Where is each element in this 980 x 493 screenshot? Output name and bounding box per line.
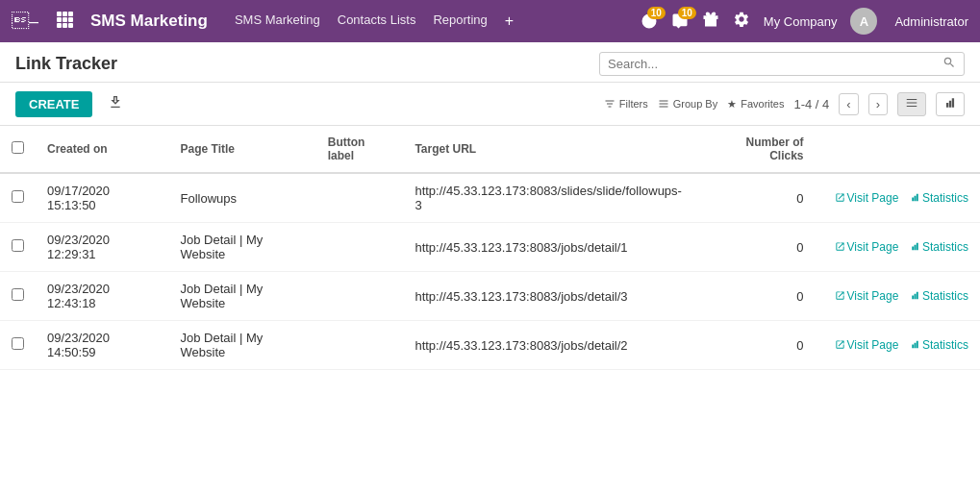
search-icon[interactable] [942,56,956,72]
group-by-button[interactable]: Group By [658,98,717,110]
company-name[interactable]: My Company [764,14,838,29]
favorites-label: Favorites [741,98,784,110]
nav-link-reporting[interactable]: Reporting [433,12,487,30]
download-button[interactable] [100,90,131,117]
row-actions-0: Visit Page Statistics [816,173,980,223]
svg-rect-1 [63,12,67,16]
statistics-link-1[interactable]: Statistics [910,240,968,254]
svg-rect-8 [68,23,73,28]
col-header-created-on: Created on [36,126,169,173]
nav-link-contacts-lists[interactable]: Contacts Lists [338,12,416,30]
search-input[interactable] [608,57,942,71]
bar-chart-icon-2 [910,290,920,303]
col-header-button-label: Button label [316,126,404,173]
row-created-on-1: 09/23/2020 12:29:31 [36,223,169,272]
row-target-url-3: http://45.33.123.173:8083/jobs/detail/2 [403,321,699,370]
row-target-url-0: http://45.33.123.173:8083/slides/slide/f… [403,173,699,223]
row-button-label-0 [316,173,404,223]
chart-view-button[interactable] [936,92,965,116]
top-navigation: – SMS Marketing SMS Marketing Contacts … [0,0,980,42]
grid-icon[interactable] [56,11,73,33]
data-table-wrap: Created on Page Title Button label Targe… [0,126,980,370]
col-header-target-url: Target URL [403,126,699,173]
row-page-title-1: Job Detail | My Website [169,223,316,272]
col-header-clicks: Number of Clicks [700,126,816,173]
visit-page-link-0[interactable]: Visit Page [835,191,899,205]
external-link-icon-2 [835,290,845,303]
row-clicks-3: 0 [700,321,816,370]
select-all-checkbox[interactable] [12,141,24,154]
svg-rect-0 [57,12,62,16]
avatar[interactable]: A [850,8,877,35]
data-table: Created on Page Title Button label Targe… [0,126,980,370]
visit-page-link-3[interactable]: Visit Page [835,338,899,352]
settings-icon[interactable] [733,11,750,32]
row-created-on-2: 09/23/2020 12:43:18 [36,272,169,321]
table-row: 09/23/2020 14:50:59 Job Detail | My Webs… [0,321,980,370]
filters-button[interactable]: Filters [604,98,648,110]
row-clicks-0: 0 [700,173,816,223]
select-all-header[interactable] [0,126,36,173]
row-created-on-0: 09/17/2020 15:13:50 [36,173,169,223]
page-title: Link Tracker [15,54,591,74]
gift-icon[interactable] [702,11,719,32]
grid-menu-icon[interactable]: – [12,12,38,32]
row-checkbox-cell-2[interactable] [0,272,36,321]
row-target-url-1: http://45.33.123.173:8083/jobs/detail/1 [403,223,699,272]
pagination-info: 1-4 / 4 [793,97,829,111]
chat-badge: 10 [678,7,696,19]
bar-chart-icon-1 [910,241,920,254]
nav-plus-icon[interactable]: + [505,12,514,30]
row-target-url-2: http://45.33.123.173:8083/jobs/detail/3 [403,272,699,321]
toolbar: CREATE Filters Group By ★ Favorites 1-4 … [0,83,980,126]
external-link-icon-1 [835,241,845,254]
col-header-actions [816,126,980,173]
search-wrap [599,52,965,76]
row-checkbox-0[interactable] [12,190,24,203]
row-checkbox-cell-1[interactable] [0,223,36,272]
row-checkbox-cell-3[interactable] [0,321,36,370]
favorites-button[interactable]: ★ Favorites [727,98,784,111]
statistics-link-2[interactable]: Statistics [910,289,968,303]
pagination-prev-button[interactable]: ‹ [839,93,858,115]
svg-rect-6 [57,23,62,28]
row-checkbox-cell-0[interactable] [0,173,36,223]
row-checkbox-1[interactable] [12,239,24,252]
statistics-link-0[interactable]: Statistics [910,191,968,205]
row-button-label-1 [316,223,404,272]
nav-link-sms-marketing[interactable]: SMS Marketing [235,12,320,30]
svg-rect-5 [68,17,73,22]
chat-badge-wrap[interactable]: 10 [671,12,689,30]
row-page-title-0: Followups [169,173,316,223]
subheader: Link Tracker [0,42,980,83]
statistics-link-3[interactable]: Statistics [910,338,968,352]
nav-links: SMS Marketing Contacts Lists Reporting + [235,12,623,30]
create-button[interactable]: CREATE [15,91,92,117]
row-actions-1: Visit Page Statistics [816,223,980,272]
svg-rect-2 [68,12,73,16]
visit-page-link-1[interactable]: Visit Page [835,240,899,254]
clock-badge: 10 [647,7,666,19]
row-checkbox-3[interactable] [12,337,24,350]
visit-page-link-2[interactable]: Visit Page [835,289,899,303]
svg-rect-7 [63,23,67,28]
list-view-button[interactable] [897,92,926,116]
row-clicks-2: 0 [700,272,816,321]
external-link-icon-0 [835,192,845,205]
table-row: 09/23/2020 12:29:31 Job Detail | My Webs… [0,223,980,272]
app-brand: SMS Marketing [90,12,208,31]
svg-rect-3 [57,17,62,22]
admin-name[interactable]: Administrator [894,14,968,29]
row-page-title-2: Job Detail | My Website [169,272,316,321]
col-header-page-title: Page Title [169,126,316,173]
row-page-title-3: Job Detail | My Website [169,321,316,370]
row-button-label-2 [316,272,404,321]
star-icon: ★ [727,98,737,111]
external-link-icon-3 [835,339,845,352]
pagination-next-button[interactable]: › [868,93,888,115]
row-checkbox-2[interactable] [12,288,24,301]
table-body: 09/17/2020 15:13:50 Followups http://45.… [0,173,980,370]
clock-badge-wrap[interactable]: 10 [641,12,658,30]
table-row: 09/23/2020 12:43:18 Job Detail | My Webs… [0,272,980,321]
bar-chart-icon-0 [910,192,920,205]
